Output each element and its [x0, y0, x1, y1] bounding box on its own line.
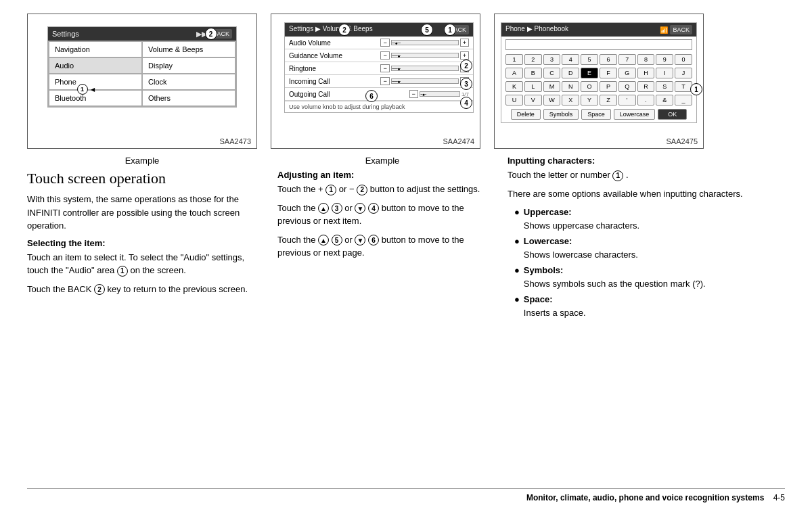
nav-cell: Navigation [49, 41, 142, 57]
volume-footer: Use volume knob to adjust during playbac… [285, 101, 473, 112]
ann-d2-2: 2 [338, 24, 351, 36]
circle-up-5: ▲ [318, 235, 329, 245]
column-3: Inputting characters: Touch the letter o… [508, 156, 785, 488]
letter-row-3: U V W X Y Z ' . & _ [501, 93, 696, 107]
saa-3: SAA2475 [667, 137, 698, 145]
phone-cell: Phone [49, 74, 142, 90]
settings-title: Settings [52, 30, 79, 38]
ann-d2-4: 4 [460, 97, 472, 109]
ann-d2-6: 6 [365, 90, 378, 102]
ann-d2-6-a: 2 [460, 60, 472, 72]
bluetooth-cell: Bluetooth [49, 90, 142, 106]
circle-4: 4 [368, 203, 379, 214]
diagram-2: Settings ▶ Volume & Beeps BACK Audio Vol… [271, 14, 480, 149]
letter-row-1: A B C D E F G H I J [501, 66, 696, 80]
circle-up-3: ▲ [318, 203, 329, 214]
adj-body-3: Touch the ▲ 5 or ▼ 6 button to move to t… [277, 233, 487, 260]
audio-cell: Audio [49, 57, 142, 74]
ann-arrow-1: 1 ◀ [77, 84, 95, 95]
ann-d2-5: 5 [421, 24, 433, 36]
keyboard-bottom-btns: Delete Symbols Space Lowercase OK [501, 107, 696, 122]
example-label-1: Example [27, 156, 257, 166]
adj-body-2: Touch the ▲ 3 or ▼ 4 button to move to t… [277, 202, 487, 228]
adj-body-1: Touch the + 1 or − 2 button to adjust th… [277, 183, 487, 196]
clock-cell: Clock [142, 74, 235, 90]
volume-header-text: Settings ▶ Volume & Beeps [289, 25, 373, 34]
column-2: Example Adjusting an item: Touch the + 1… [277, 156, 487, 488]
diagram-1: Settings ▶▶ BACK Navigation Volume & Bee… [27, 14, 257, 149]
inputting-body: Touch the letter or number 1 . [508, 168, 785, 182]
volume-cell: Volume & Beeps [142, 41, 235, 57]
ann-d2-1: 1 [444, 24, 456, 36]
column-1: Example Touch screen operation With this… [27, 156, 257, 488]
ann-d2-3: 3 [460, 78, 472, 90]
others-cell: Others [142, 90, 235, 106]
selecting-body: Touch an item to select it. To select th… [27, 251, 257, 277]
bullet-space: ● Space: Inserts a space. [514, 293, 785, 319]
intro-body: With this system, the same operations as… [27, 193, 257, 233]
circle-adj-1: 1 [325, 185, 336, 195]
saa-1: SAA2473 [220, 137, 251, 145]
adjusting-title: Adjusting an item: [277, 170, 487, 180]
footer-text: Monitor, climate, audio, phone and voice… [526, 493, 785, 502]
ann-d3-1: 1 [690, 83, 702, 95]
circle-dn-6: ▼ [355, 235, 365, 245]
back-body: Touch the BACK 2 key to return to the pr… [27, 283, 257, 296]
bullet-uppercase: ● Uppercase: Shows uppercase characters. [514, 206, 785, 232]
circle-3: 3 [332, 203, 342, 214]
circle-2-inline: 2 [94, 284, 105, 295]
display-cell: Display [142, 57, 235, 74]
circle-1-inline: 1 [117, 266, 128, 277]
circle-6: 6 [368, 235, 379, 245]
ann-1: 1 [77, 84, 88, 95]
diagram-3: Phone ▶ Phonebook 📶 BACK 1 2 3 4 5 [494, 14, 704, 149]
bullet-symbols: ● Symbols: Shows symbols such as the que… [514, 264, 785, 290]
circle-5: 5 [332, 235, 342, 245]
saa-2: SAA2474 [443, 137, 474, 145]
number-row: 1 2 3 4 5 6 7 8 9 0 [501, 53, 696, 66]
circle-input-1: 1 [612, 170, 623, 181]
page-footer: Monitor, climate, audio, phone and voice… [27, 488, 785, 502]
ann-2: 2 [205, 28, 217, 40]
phone-input [505, 39, 692, 50]
inputting-title: Inputting characters: [508, 156, 785, 166]
section-title: Touch screen operation [27, 170, 257, 187]
selecting-title: Selecting the item: [27, 238, 257, 248]
circle-dn-4: ▼ [355, 203, 365, 214]
options-body: There are some options available when in… [508, 187, 785, 201]
letter-row-2: K L M N O P Q R S T [501, 80, 696, 93]
bullet-lowercase: ● Lowercase: Shows lowercase characters. [514, 235, 785, 261]
page-number: 4-5 [773, 493, 785, 502]
circle-adj-2: 2 [357, 185, 367, 195]
bullet-list: ● Uppercase: Shows uppercase characters.… [508, 206, 785, 319]
example-label-2: Example [277, 156, 487, 166]
phone-header-text: Phone ▶ Phonebook [505, 25, 568, 34]
